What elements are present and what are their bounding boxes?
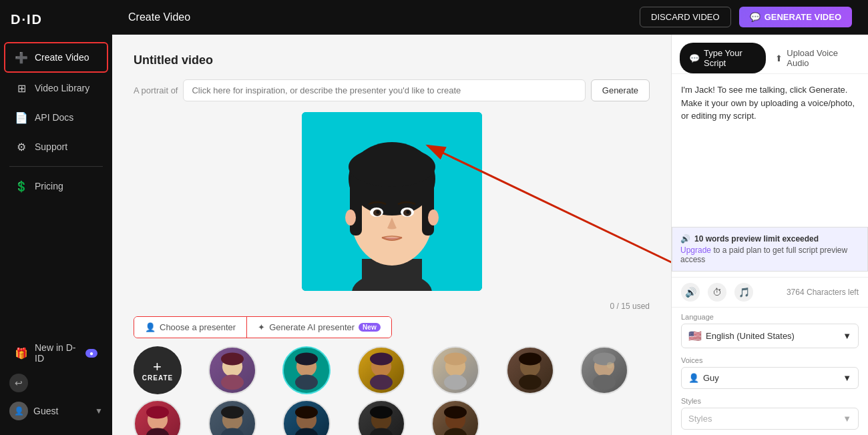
tab-choose-presenter[interactable]: 👤 Choose a presenter [134,317,247,338]
svg-point-44 [295,428,318,435]
guest-label: Guest [33,406,58,416]
upgrade-link[interactable]: Upgrade [680,246,711,255]
discard-video-button[interactable]: DISCARD VIDEO [640,7,731,27]
list-item[interactable] [431,400,479,435]
create-label: CREATE [142,374,173,382]
settings-icon[interactable]: 🎵 [734,283,753,302]
svg-point-15 [428,209,439,226]
chars-left: 3764 Characters left [787,288,859,297]
tab-upload-audio[interactable]: ⬆ Upload Voice Audio [766,43,860,73]
tab-type-script-label: Type Your Script [704,48,756,68]
person-icon: 👤 [145,322,156,332]
doc-icon: 📄 [15,111,28,124]
list-item[interactable] [580,346,628,394]
sparkle-icon: ✦ [258,322,265,332]
main-area: Create Video DISCARD VIDEO 💬 GENERATE VI… [112,0,868,435]
list-item[interactable] [282,346,331,394]
language-label: Language [681,313,859,321]
voices-select[interactable]: 👤 Guy ▼ [681,367,859,389]
right-panel: 💬 Type Your Script ⬆ Upload Voice Audio … [671,35,868,435]
language-select[interactable]: 🇺🇸 English (United States) ▼ [681,324,859,348]
sidebar-item-new-in-did[interactable]: 🎁 New in D-ID ● [5,335,107,371]
presenter-svg [302,112,482,291]
styles-select[interactable]: Styles ▼ [681,408,859,430]
sidebar-bottom: 🎁 New in D-ID ● ↩ 👤 Guest ▼ [0,328,112,435]
svg-point-28 [444,375,467,390]
sidebar: D·ID ➕ Create Video ⊞ Video Library 📄 AP… [0,0,112,435]
svg-point-32 [519,353,541,366]
upload-icon: ⬆ [775,53,783,63]
svg-point-23 [295,353,318,366]
list-item[interactable] [357,400,405,435]
sidebar-label-new: New in D-ID [35,342,76,364]
sidebar-item-support[interactable]: ⚙ Support [5,133,107,161]
chevron-down-icon: ▼ [843,331,851,341]
svg-point-26 [370,353,393,366]
tab-choose-label: Choose a presenter [160,322,236,332]
center-panel: Untitled video A portrait of Generate [112,35,671,435]
avatar-create-button[interactable]: + CREATE [134,346,182,394]
generate-label: GENERATE VIDEO [765,12,841,22]
generate-video-button[interactable]: 💬 GENERATE VIDEO [739,7,852,27]
language-section: Language 🇺🇸 English (United States) ▼ [672,307,868,354]
expand-button[interactable]: ↩ [9,374,28,392]
language-value: English (United States) [706,331,795,341]
svg-point-42 [221,406,244,419]
list-item[interactable] [134,400,182,435]
new-icon: 🎁 [15,346,28,360]
svg-rect-5 [350,175,362,236]
list-item[interactable] [208,346,256,394]
svg-point-14 [345,209,356,226]
sidebar-label-support: Support [35,141,67,152]
svg-rect-6 [422,175,434,236]
tab-generate-label: Generate AI presenter [269,322,355,332]
voices-section: Voices 👤 Guy ▼ [672,354,868,394]
svg-point-22 [295,375,318,390]
voices-label: Voices [681,356,859,364]
new-badge: ● [85,349,97,358]
sidebar-item-video-library[interactable]: ⊞ Video Library [5,74,107,102]
speaker-icon: 🔊 [680,234,690,244]
svg-point-34 [593,375,616,390]
sidebar-item-create-video[interactable]: ➕ Create Video [4,42,108,73]
new-tag: New [359,323,381,332]
sidebar-label-create-video: Create Video [35,52,89,63]
sidebar-label-api-docs: API Docs [35,112,73,123]
playback-icon[interactable]: 🔊 [681,283,700,302]
tab-generate-ai-presenter[interactable]: ✦ Generate AI presenter New [247,317,391,338]
list-item[interactable] [357,346,405,394]
list-item[interactable] [431,346,479,394]
tab-upload-label: Upload Voice Audio [787,48,851,68]
svg-point-12 [376,211,379,214]
topbar-title: Create Video [128,11,190,23]
presenter-image [302,112,482,291]
chevron-down-voices-icon: ▼ [843,373,851,383]
timer-icon[interactable]: ⏱ [708,283,726,302]
limit-warning: 🔊 10 words preview limit exceeded Upgrad… [672,227,868,272]
portrait-input[interactable] [183,79,585,101]
script-text[interactable]: I'm Jack! To see me talking, click Gener… [681,83,859,217]
avatar-grid: + CREATE [134,346,650,435]
list-item[interactable] [208,400,256,435]
limit-upgrade-text: Upgrade to a paid plan to get full scrip… [680,246,859,264]
sidebar-label-video-library: Video Library [35,83,89,93]
guest-item[interactable]: 👤 Guest ▼ [0,395,112,427]
svg-point-31 [519,375,541,390]
sidebar-item-pricing[interactable]: 💲 Pricing [5,172,107,200]
video-title: Untitled video [134,53,650,67]
tab-type-script[interactable]: 💬 Type Your Script [680,43,766,73]
svg-point-19 [221,375,244,390]
grid-icon: ⊞ [15,81,28,95]
list-item[interactable] [506,346,554,394]
script-content: I'm Jack! To see me talking, click Gener… [672,74,868,227]
logo: D·ID [0,0,112,35]
generate-portrait-button[interactable]: Generate [591,79,650,101]
sidebar-item-api-docs[interactable]: 📄 API Docs [5,103,107,131]
limit-warning-text: 🔊 10 words preview limit exceeded [680,234,859,244]
svg-point-48 [370,406,393,419]
sidebar-divider [9,166,103,167]
list-item[interactable] [282,400,331,435]
script-tabs: 💬 Type Your Script ⬆ Upload Voice Audio [672,35,868,74]
portrait-row: A portrait of Generate [134,79,650,101]
svg-point-51 [444,406,467,419]
